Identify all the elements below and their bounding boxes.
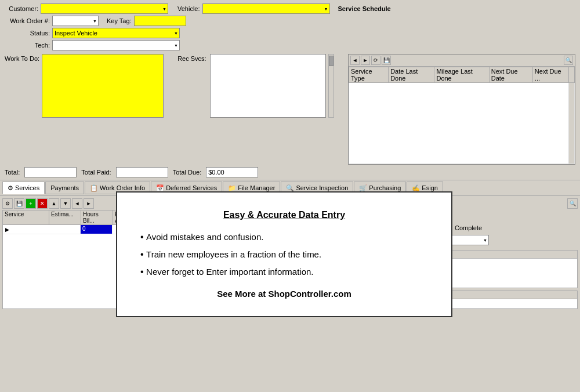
tab-services[interactable]: ⚙ Services: [2, 182, 45, 194]
sl-row-service: [11, 225, 81, 234]
svc-btn-delete[interactable]: ✕: [37, 198, 48, 209]
esign-label: Esign: [422, 184, 438, 191]
deferred-icon: 📅: [156, 184, 164, 192]
status-label: Status:: [5, 30, 50, 37]
vehicle-select[interactable]: [202, 3, 330, 14]
service-schedule-panel: ◄ ► ⟳ 💾 🔍 Service Type Date Last Done Mi…: [348, 54, 575, 165]
ss-btn-fwd[interactable]: ►: [361, 56, 370, 65]
file-manager-icon: 📁: [228, 184, 236, 192]
sl-row-arrow: ▶: [3, 225, 11, 234]
overlay-popup: Easy & Accurate Data Entry Avoid mistake…: [116, 191, 452, 317]
ss-btn-refresh[interactable]: ⟳: [371, 56, 380, 65]
work-to-do-label: Work To Do:: [5, 54, 39, 62]
rec-svcs-label: Rec Svcs:: [177, 54, 206, 62]
purchasing-icon: 🛒: [359, 184, 367, 192]
service-schedule-title: Service Schedule: [338, 5, 391, 12]
sl-col-estimate: Estima...: [49, 210, 81, 224]
work-order-info-label: Work Order Info: [100, 184, 145, 191]
file-manager-label: File Manager: [238, 184, 275, 191]
work-order-select[interactable]: [52, 16, 99, 26]
total-input[interactable]: [24, 167, 77, 177]
service-inspection-label: Service Inspection: [296, 184, 348, 191]
deferred-label: Deferred Services: [166, 184, 217, 191]
total-paid-label: Total Paid:: [81, 169, 111, 176]
top-form-area: Customer: Vehicle: Service Schedule Work…: [0, 0, 580, 53]
work-order-info-icon: 📋: [90, 184, 98, 192]
svc-btn-save[interactable]: 💾: [14, 198, 24, 209]
total-paid-input[interactable]: [116, 167, 168, 177]
ss-col-service-type: Service Type: [349, 67, 389, 83]
ss-col-date-last: Date Last Done: [389, 67, 434, 83]
popup-bullets: Avoid mistakes and confusion. Train new …: [140, 232, 428, 277]
key-tag-input[interactable]: [134, 16, 186, 26]
svc-btn-add[interactable]: +: [26, 198, 36, 209]
customer-select-wrapper[interactable]: [41, 3, 168, 14]
popup-title: Easy & Accurate Data Entry: [140, 210, 428, 220]
ss-col-next-due-date: Next Due Date: [489, 67, 532, 83]
customer-select[interactable]: [41, 3, 168, 14]
tech-select-wrapper[interactable]: [52, 40, 180, 50]
popup-bullet-3: Never forget to Enter important informat…: [140, 267, 428, 277]
ss-table-rows: [349, 83, 575, 164]
work-to-do-textarea[interactable]: [42, 54, 164, 118]
ss-table: Service Type Date Last Done Mileage Last…: [349, 67, 575, 164]
status-select-wrapper[interactable]: Inspect Vehicle: [52, 28, 180, 38]
ss-col-mileage-last: Mileage Last Done: [434, 67, 489, 83]
sl-col-service: Service: [3, 210, 49, 224]
tech-select[interactable]: [52, 40, 180, 50]
tech-label: Tech:: [5, 42, 50, 49]
complete-label: Complete: [455, 224, 482, 231]
total-due-input[interactable]: [206, 167, 258, 177]
svc-btn-1[interactable]: ⚙: [2, 198, 13, 209]
sl-col-hours-billed: Hours Bil...: [81, 210, 113, 224]
svc-btn-down[interactable]: ▼: [60, 198, 71, 209]
work-order-select-wrapper[interactable]: [52, 16, 99, 26]
popup-bullet-2: Train new employees in a fraction of the…: [140, 249, 428, 260]
ss-btn-back[interactable]: ◄: [350, 56, 360, 65]
ss-table-body: Service Type Date Last Done Mileage Last…: [349, 67, 575, 164]
ss-btn-search[interactable]: 🔍: [564, 56, 573, 65]
svc-btn-left[interactable]: ◄: [72, 198, 82, 209]
status-select[interactable]: Inspect Vehicle: [52, 28, 180, 38]
total-label: Total:: [5, 169, 20, 176]
work-order-label: Work Order #:: [5, 17, 50, 24]
total-due-label: Total Due:: [173, 169, 202, 176]
esign-icon: ✍: [412, 184, 420, 192]
vehicle-label: Vehicle:: [177, 5, 200, 12]
tab-payments[interactable]: Payments: [45, 182, 84, 194]
sl-row-estimate: 0: [81, 225, 113, 234]
payments-tab-label: Payments: [50, 184, 79, 191]
svc-btn-search2[interactable]: 🔍: [567, 198, 578, 209]
key-tag-label: Key Tag:: [107, 17, 132, 24]
popup-cta: See More at ShopController.com: [140, 289, 428, 299]
services-tab-icon: ⚙: [8, 184, 13, 192]
svc-btn-up[interactable]: ▲: [49, 198, 59, 209]
vehicle-select-wrapper[interactable]: [202, 3, 330, 14]
purchasing-label: Purchasing: [369, 184, 401, 191]
total-row: Total: Total Paid: Total Due:: [0, 165, 580, 180]
svc-btn-right[interactable]: ►: [84, 198, 94, 209]
ss-btn-save[interactable]: 💾: [382, 56, 391, 65]
popup-bullet-1: Avoid mistakes and confusion.: [140, 232, 428, 242]
services-tab-label: Services: [15, 184, 39, 191]
ss-scrollbar-col: [569, 67, 575, 83]
rec-svcs-textarea[interactable]: [210, 54, 326, 118]
ss-toolbar: ◄ ► ⟳ 💾 🔍: [349, 55, 575, 67]
ss-col-next-due: Next Due ...: [532, 67, 568, 83]
service-inspection-icon: 🔍: [286, 184, 294, 192]
customer-label: Customer:: [5, 5, 38, 12]
